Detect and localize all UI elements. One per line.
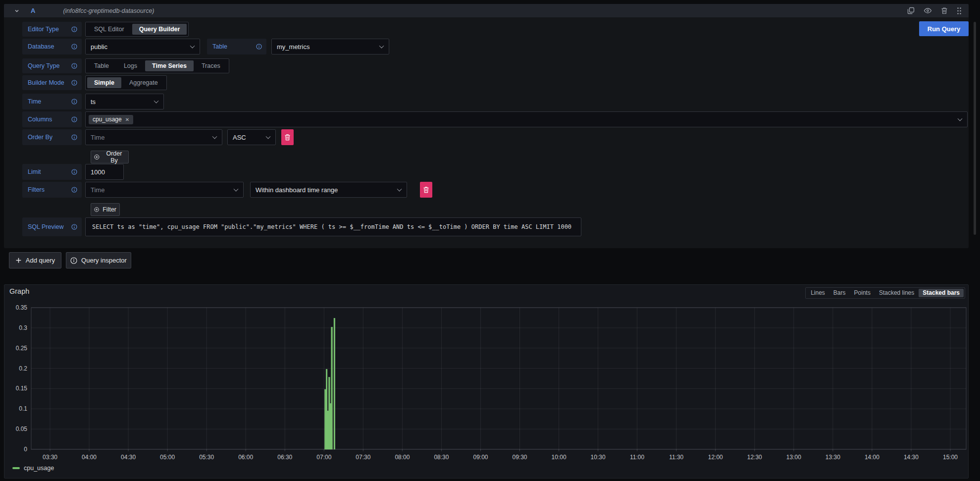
svg-text:0: 0 — [24, 446, 27, 453]
order-by-column-select[interactable]: Time — [85, 129, 222, 145]
info-icon[interactable] — [256, 44, 262, 50]
svg-text:06:00: 06:00 — [238, 454, 253, 461]
filter-condition-select[interactable]: Within dashboard time range — [250, 182, 407, 198]
filter-column-select[interactable]: Time — [85, 182, 244, 198]
svg-text:0.15: 0.15 — [16, 385, 28, 392]
option-aggregate[interactable]: Aggregate — [122, 77, 165, 88]
info-icon[interactable] — [71, 116, 77, 122]
remove-column-icon[interactable]: ✕ — [125, 117, 129, 122]
field-label-table: Table — [207, 39, 266, 54]
add-order-by-button[interactable]: Order By — [91, 151, 129, 163]
field-label-time: Time — [22, 94, 82, 109]
svg-text:13:30: 13:30 — [825, 454, 840, 461]
remove-filter-button[interactable] — [420, 182, 432, 198]
info-icon[interactable] — [71, 169, 77, 175]
run-query-button[interactable]: Run Query — [919, 21, 969, 36]
svg-text:11:30: 11:30 — [669, 454, 683, 461]
drag-handle-icon[interactable] — [957, 7, 962, 15]
remove-order-by-button[interactable] — [281, 129, 294, 145]
option-traces[interactable]: Traces — [195, 60, 227, 71]
svg-text:14:30: 14:30 — [904, 454, 919, 461]
chevron-down-icon — [266, 134, 271, 139]
svg-text:13:00: 13:00 — [786, 454, 801, 461]
sql-preview-text: SELECT ts as "time", cpu_usage FROM "pub… — [92, 223, 571, 230]
editor-type-switch: SQL EditorQuery Builder — [85, 22, 189, 37]
svg-text:14:00: 14:00 — [865, 454, 879, 461]
sql-preview-box: SELECT ts as "time", cpu_usage FROM "pub… — [85, 217, 581, 236]
legend-series-name: cpu_usage — [24, 465, 54, 472]
svg-text:07:30: 07:30 — [356, 454, 370, 461]
svg-text:0.3: 0.3 — [19, 324, 27, 331]
time-series-chart: 00.050.10.150.20.250.30.3503:3004:0004:3… — [4, 285, 968, 478]
svg-text:04:00: 04:00 — [82, 454, 97, 461]
svg-text:12:30: 12:30 — [747, 454, 762, 461]
svg-text:09:30: 09:30 — [513, 454, 527, 461]
chevron-down-icon — [397, 187, 402, 192]
field-label-columns: Columns — [22, 111, 82, 127]
chevron-down-icon — [234, 187, 239, 192]
toggle-visibility-eye-icon[interactable] — [924, 7, 932, 14]
option-simple[interactable]: Simple — [87, 77, 121, 88]
option-query-builder[interactable]: Query Builder — [132, 24, 187, 35]
info-icon[interactable] — [71, 134, 77, 140]
field-label-builder-mode: Builder Mode — [22, 75, 82, 90]
database-select[interactable]: public — [85, 39, 200, 54]
svg-text:06:30: 06:30 — [277, 454, 292, 461]
info-icon[interactable] — [71, 99, 77, 105]
info-icon[interactable] — [71, 224, 77, 230]
chevron-down-icon — [958, 116, 963, 121]
svg-text:07:00: 07:00 — [316, 454, 331, 461]
svg-text:11:00: 11:00 — [630, 454, 644, 461]
add-query-button[interactable]: Add query — [9, 252, 61, 268]
field-label-query-type: Query Type — [22, 58, 82, 73]
collapse-chevron-icon[interactable] — [14, 8, 20, 14]
delete-query-icon[interactable] — [941, 7, 948, 14]
svg-text:0.2: 0.2 — [19, 365, 27, 372]
datasource-name: (info8fcc-greptimedb-datasource) — [63, 7, 154, 14]
columns-multiselect[interactable]: cpu_usage ✕ — [85, 111, 968, 127]
chevron-down-icon — [379, 44, 384, 49]
field-label-filters: Filters — [22, 182, 82, 198]
scrollbar-thumb[interactable] — [974, 22, 976, 235]
chevron-down-icon — [154, 99, 159, 104]
duplicate-query-icon[interactable] — [907, 7, 915, 14]
selected-column-tag[interactable]: cpu_usage ✕ — [89, 115, 133, 124]
svg-text:05:00: 05:00 — [160, 454, 175, 461]
query-type-switch: TableLogsTime SeriesTraces — [85, 58, 229, 73]
chevron-down-icon — [212, 134, 217, 139]
option-time-series[interactable]: Time Series — [145, 60, 194, 71]
query-header[interactable]: A (info8fcc-greptimedb-datasource) — [4, 4, 969, 17]
limit-input[interactable] — [85, 164, 124, 180]
field-label-sql-preview: SQL Preview — [22, 217, 82, 236]
option-sql-editor[interactable]: SQL Editor — [87, 24, 131, 35]
order-direction-select[interactable]: ASC — [227, 129, 276, 145]
info-icon[interactable] — [71, 187, 77, 193]
add-filter-button[interactable]: Filter — [91, 203, 120, 216]
chevron-down-icon — [190, 44, 195, 49]
info-icon[interactable] — [71, 63, 77, 69]
info-icon[interactable] — [71, 80, 77, 86]
svg-text:0.05: 0.05 — [16, 426, 28, 432]
svg-text:12:00: 12:00 — [708, 454, 723, 461]
chart-legend[interactable]: cpu_usage — [12, 465, 54, 472]
field-label-editor-type: Editor Type — [22, 22, 82, 37]
info-icon[interactable] — [71, 26, 77, 32]
query-inspector-button[interactable]: Query inspector — [66, 252, 131, 268]
table-select[interactable]: my_metrics — [271, 39, 389, 54]
info-icon[interactable] — [71, 44, 77, 50]
query-ref-letter: A — [31, 7, 35, 14]
field-label-database: Database — [22, 39, 82, 54]
svg-text:0.35: 0.35 — [16, 304, 28, 311]
svg-text:0.25: 0.25 — [16, 345, 28, 352]
svg-text:10:00: 10:00 — [552, 454, 567, 461]
option-table[interactable]: Table — [87, 60, 116, 71]
svg-text:15:00: 15:00 — [943, 454, 958, 461]
field-label-order-by: Order By — [22, 129, 82, 145]
grafana-query-editor-screen: A (info8fcc-greptimedb-datasource) Run Q… — [0, 0, 980, 481]
svg-text:03:30: 03:30 — [43, 454, 57, 461]
time-column-select[interactable]: ts — [85, 94, 164, 109]
svg-text:04:30: 04:30 — [121, 454, 136, 461]
option-logs[interactable]: Logs — [117, 60, 144, 71]
query-editor-card: A (info8fcc-greptimedb-datasource) Run Q… — [4, 4, 969, 248]
svg-text:05:30: 05:30 — [199, 454, 214, 461]
